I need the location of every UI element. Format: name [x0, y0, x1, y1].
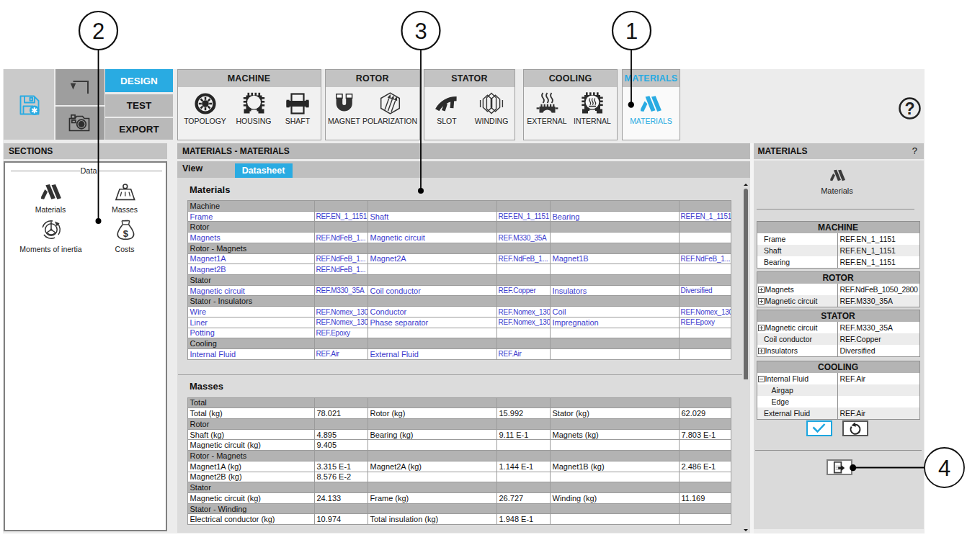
svg-text:3: 3: [414, 19, 427, 44]
svg-text:2: 2: [92, 19, 104, 44]
svg-text:4: 4: [938, 456, 950, 481]
svg-text:1: 1: [625, 19, 638, 44]
